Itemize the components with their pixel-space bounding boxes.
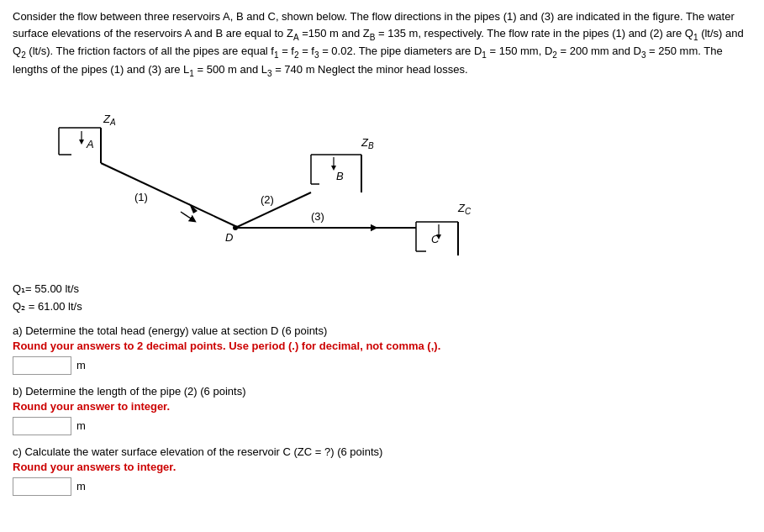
- pipe1-label: (1): [134, 191, 148, 203]
- q1-value: Q₁= 55.00 lt/s: [13, 281, 751, 298]
- answer-c-input[interactable]: [13, 477, 71, 496]
- question-b-note: Round your answer to integer.: [13, 400, 751, 413]
- and-text: and: [194, 27, 213, 40]
- question-b-text: b) Determine the length of the pipe (2) …: [13, 385, 751, 398]
- question-a-answer-row: m: [13, 356, 751, 375]
- b-label: B: [336, 170, 344, 182]
- question-c-note: Round your answers to integer.: [13, 461, 751, 473]
- d-label: D: [225, 231, 233, 244]
- unit-b-label: m: [76, 419, 86, 432]
- given-values: Q₁= 55.00 lt/s Q₂ = 61.00 lt/s: [13, 281, 751, 316]
- question-b-block: b) Determine the length of the pipe (2) …: [13, 385, 751, 435]
- question-c-answer-row: m: [13, 477, 751, 496]
- problem-text: Consider the flow between three reservoi…: [13, 8, 751, 79]
- question-c-text: c) Calculate the water surface elevation…: [13, 445, 751, 458]
- a-label: A: [86, 138, 94, 150]
- q2-value: Q₂ = 61.00 lt/s: [13, 298, 751, 316]
- question-a-text: a) Determine the total head (energy) val…: [13, 324, 751, 337]
- question-b-answer-row: m: [13, 417, 751, 435]
- svg-line-9: [181, 212, 193, 220]
- za-label: ZA: [103, 113, 116, 127]
- diagram-svg: ZA A (1) D: [13, 87, 584, 272]
- pipe3-label: (3): [311, 210, 324, 223]
- answer-a-input[interactable]: [13, 356, 71, 375]
- diagram: ZA A (1) D: [13, 87, 584, 272]
- question-a-note: Round your answers to 2 decimal points. …: [13, 340, 751, 352]
- answer-b-input[interactable]: [13, 417, 71, 435]
- unit-a-label: m: [76, 359, 86, 371]
- svg-marker-6: [79, 140, 84, 145]
- question-a-block: a) Determine the total head (energy) val…: [13, 324, 751, 375]
- unit-c-label: m: [76, 480, 86, 492]
- svg-line-7: [101, 163, 235, 226]
- zc-label: ZC: [457, 202, 472, 216]
- pipe2-label: (2): [261, 193, 274, 206]
- question-c-block: c) Calculate the water surface elevation…: [13, 445, 751, 496]
- zb-label: ZB: [361, 136, 374, 150]
